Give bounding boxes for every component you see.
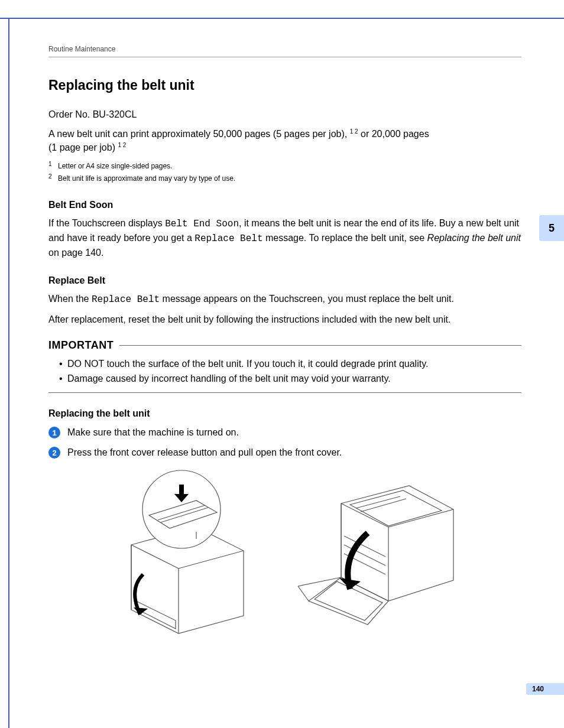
step-1-text: Make sure that the machine is turned on. (67, 426, 239, 439)
illustration-open-front-cover (285, 468, 462, 639)
section-belt-end-soon-heading: Belt End Soon (48, 200, 521, 210)
running-head-rule (48, 57, 521, 57)
page-title: Replacing the belt unit (48, 77, 521, 93)
replace-belt-p2: After replacement, reset the belt unit b… (48, 313, 521, 326)
rb-a: When the (48, 294, 92, 304)
running-head: Routine Maintenance (48, 45, 521, 53)
capacity-sup-2: 1 2 (118, 142, 126, 148)
footnote-1-text: Letter or A4 size single-sided pages. (58, 162, 172, 170)
step-1: 1 Make sure that the machine is turned o… (48, 426, 521, 439)
chapter-tab: 5 (539, 215, 564, 241)
rb-mono: Replace Belt (92, 294, 160, 305)
footnote-2-text: Belt unit life is approximate and may va… (58, 174, 235, 183)
page-number-tab: 140 (526, 683, 564, 695)
step-1-badge: 1 (48, 427, 60, 438)
rb-b: message appears on the Touchscreen, you … (160, 294, 454, 304)
footnote-2: 2Belt unit life is approximate and may v… (48, 173, 521, 184)
important-bullet-1: DO NOT touch the surface of the belt uni… (59, 356, 521, 372)
important-label: IMPORTANT (48, 339, 114, 352)
footnote-1-num: 1 (48, 160, 58, 169)
section-replacing-steps-heading: Replacing the belt unit (48, 408, 521, 419)
order-number-line: Order No. BU-320CL (48, 108, 521, 121)
important-rule (119, 345, 521, 346)
capacity-text-a: A new belt unit can print approximately … (48, 129, 350, 139)
footnotes: 1Letter or A4 size single-sided pages. 2… (48, 161, 521, 184)
steps-list: 1 Make sure that the machine is turned o… (48, 426, 521, 460)
important-bullets: DO NOT touch the surface of the belt uni… (59, 356, 521, 386)
step-2: 2 Press the front cover release button a… (48, 446, 521, 459)
footnote-1: 1Letter or A4 size single-sided pages. (48, 161, 521, 172)
important-heading-row: IMPORTANT (48, 339, 521, 352)
left-blue-rule (8, 18, 9, 728)
replace-belt-p1: When the Replace Belt message appears on… (48, 292, 521, 307)
capacity-paragraph: A new belt unit can print approximately … (48, 127, 521, 154)
section-belt-end-soon-body: If the Touchscreen displays Belt End Soo… (48, 216, 521, 260)
bes-mono-2: Replace Belt (195, 233, 262, 244)
page-body: Routine Maintenance Replacing the belt u… (48, 45, 521, 639)
bes-xref[interactable]: Replacing the belt unit (427, 233, 521, 243)
bes-d: on page 140. (48, 248, 103, 258)
top-blue-rule (0, 18, 564, 19)
bes-mono-1: Belt End Soon (165, 219, 239, 229)
important-bullet-2: Damage caused by incorrect handling of t… (59, 371, 521, 386)
illustration-press-release-button (108, 468, 261, 639)
important-bottom-rule (48, 392, 521, 393)
capacity-sup-1: 1 2 (350, 128, 358, 135)
step-2-badge: 2 (48, 447, 60, 459)
bes-c: message. To replace the belt unit, see (263, 233, 427, 243)
capacity-text-c: (1 page per job) (48, 142, 118, 152)
step-2-text: Press the front cover release button and… (67, 446, 342, 459)
capacity-text-b: or 20,000 pages (358, 129, 429, 139)
footnote-2-num: 2 (48, 172, 58, 181)
section-replace-belt-heading: Replace Belt (48, 275, 521, 286)
svg-point-0 (142, 470, 221, 548)
illustration-row (48, 468, 521, 639)
bes-a: If the Touchscreen displays (48, 218, 165, 228)
